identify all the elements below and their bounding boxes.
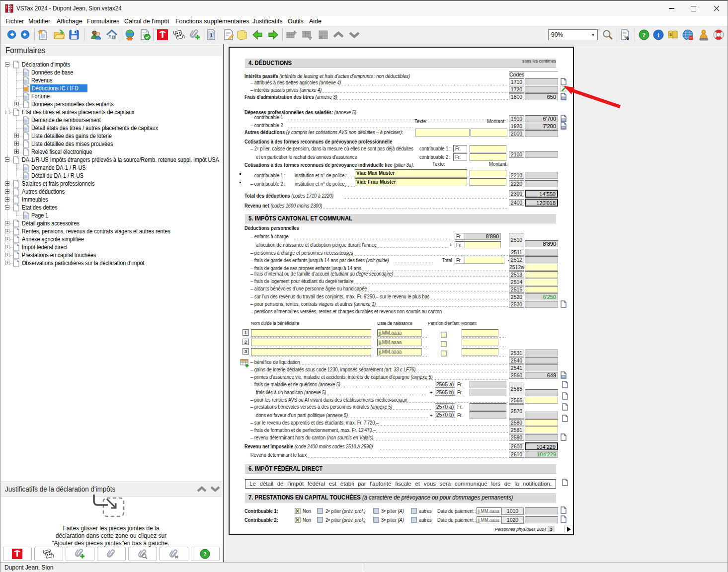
svg-text:?: ? <box>203 551 206 558</box>
svg-text:$: $ <box>669 32 672 37</box>
svg-text:%: % <box>625 35 629 41</box>
svg-text:!: ! <box>690 36 692 40</box>
svg-text:i: i <box>657 31 659 39</box>
svg-text:1: 1 <box>210 32 213 38</box>
svg-text:?: ? <box>643 31 646 39</box>
